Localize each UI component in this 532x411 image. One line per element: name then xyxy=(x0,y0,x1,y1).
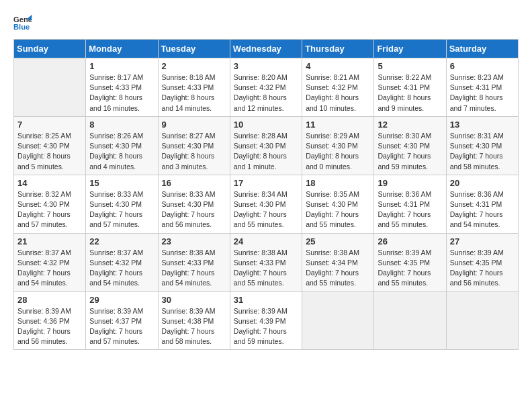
logo: General Blue xyxy=(13,13,35,32)
day-header-friday: Friday xyxy=(374,40,446,58)
calendar-cell: 3Sunrise: 8:20 AM Sunset: 4:32 PM Daylig… xyxy=(230,58,302,117)
day-number: 14 xyxy=(17,178,82,188)
day-header-thursday: Thursday xyxy=(302,40,374,58)
day-number: 11 xyxy=(306,120,370,130)
calendar-cell: 13Sunrise: 8:31 AM Sunset: 4:30 PM Dayli… xyxy=(446,116,518,175)
calendar-cell: 18Sunrise: 8:35 AM Sunset: 4:30 PM Dayli… xyxy=(302,175,374,233)
calendar-cell: 4Sunrise: 8:21 AM Sunset: 4:32 PM Daylig… xyxy=(302,58,374,117)
day-info: Sunrise: 8:38 AM Sunset: 4:34 PM Dayligh… xyxy=(306,248,370,289)
day-number: 5 xyxy=(378,61,442,71)
day-header-sunday: Sunday xyxy=(14,40,86,58)
day-info: Sunrise: 8:36 AM Sunset: 4:31 PM Dayligh… xyxy=(378,189,442,230)
calendar-cell: 2Sunrise: 8:18 AM Sunset: 4:33 PM Daylig… xyxy=(158,58,230,117)
day-info: Sunrise: 8:31 AM Sunset: 4:30 PM Dayligh… xyxy=(450,131,515,172)
calendar-cell xyxy=(302,291,374,350)
calendar-week-1: 7Sunrise: 8:25 AM Sunset: 4:30 PM Daylig… xyxy=(14,116,519,175)
calendar-cell: 11Sunrise: 8:29 AM Sunset: 4:30 PM Dayli… xyxy=(302,116,374,175)
calendar-body: 1Sunrise: 8:17 AM Sunset: 4:33 PM Daylig… xyxy=(14,58,519,350)
calendar-cell: 8Sunrise: 8:26 AM Sunset: 4:30 PM Daylig… xyxy=(86,116,158,175)
calendar-cell: 28Sunrise: 8:39 AM Sunset: 4:36 PM Dayli… xyxy=(14,291,86,350)
day-info: Sunrise: 8:21 AM Sunset: 4:32 PM Dayligh… xyxy=(306,73,370,113)
day-number: 22 xyxy=(89,236,154,246)
day-info: Sunrise: 8:18 AM Sunset: 4:33 PM Dayligh… xyxy=(162,73,226,113)
day-number: 26 xyxy=(378,236,442,246)
calendar-cell: 31Sunrise: 8:39 AM Sunset: 4:39 PM Dayli… xyxy=(230,291,302,350)
day-number: 17 xyxy=(234,178,298,188)
calendar-cell xyxy=(446,291,518,350)
day-info: Sunrise: 8:39 AM Sunset: 4:39 PM Dayligh… xyxy=(234,306,298,347)
calendar-table: SundayMondayTuesdayWednesdayThursdayFrid… xyxy=(13,39,519,350)
day-info: Sunrise: 8:36 AM Sunset: 4:31 PM Dayligh… xyxy=(450,189,515,230)
day-info: Sunrise: 8:27 AM Sunset: 4:30 PM Dayligh… xyxy=(162,131,226,172)
calendar-cell: 9Sunrise: 8:27 AM Sunset: 4:30 PM Daylig… xyxy=(158,116,230,175)
day-number: 9 xyxy=(162,120,226,130)
day-number: 27 xyxy=(450,236,515,246)
day-number: 24 xyxy=(234,236,298,246)
calendar-week-3: 21Sunrise: 8:37 AM Sunset: 4:32 PM Dayli… xyxy=(14,233,519,291)
day-number: 25 xyxy=(306,236,370,246)
day-number: 7 xyxy=(17,120,82,130)
day-info: Sunrise: 8:39 AM Sunset: 4:38 PM Dayligh… xyxy=(162,306,226,347)
day-number: 4 xyxy=(306,61,370,71)
calendar-cell: 24Sunrise: 8:38 AM Sunset: 4:33 PM Dayli… xyxy=(230,233,302,291)
day-info: Sunrise: 8:26 AM Sunset: 4:30 PM Dayligh… xyxy=(89,131,154,172)
day-number: 1 xyxy=(89,61,154,71)
day-number: 29 xyxy=(89,295,154,305)
day-info: Sunrise: 8:39 AM Sunset: 4:37 PM Dayligh… xyxy=(89,306,154,347)
calendar-cell: 27Sunrise: 8:39 AM Sunset: 4:35 PM Dayli… xyxy=(446,233,518,291)
day-number: 30 xyxy=(162,295,226,305)
svg-text:Blue: Blue xyxy=(13,23,30,31)
calendar-cell: 19Sunrise: 8:36 AM Sunset: 4:31 PM Dayli… xyxy=(374,175,446,233)
calendar-header-row: SundayMondayTuesdayWednesdayThursdayFrid… xyxy=(14,40,519,58)
calendar-cell: 10Sunrise: 8:28 AM Sunset: 4:30 PM Dayli… xyxy=(230,116,302,175)
day-info: Sunrise: 8:30 AM Sunset: 4:30 PM Dayligh… xyxy=(378,131,442,172)
day-info: Sunrise: 8:20 AM Sunset: 4:32 PM Dayligh… xyxy=(234,73,298,113)
day-info: Sunrise: 8:35 AM Sunset: 4:30 PM Dayligh… xyxy=(306,189,370,230)
calendar-cell: 1Sunrise: 8:17 AM Sunset: 4:33 PM Daylig… xyxy=(86,58,158,117)
day-info: Sunrise: 8:39 AM Sunset: 4:35 PM Dayligh… xyxy=(378,248,442,289)
day-header-tuesday: Tuesday xyxy=(158,40,230,58)
day-number: 28 xyxy=(17,295,82,305)
calendar-cell: 7Sunrise: 8:25 AM Sunset: 4:30 PM Daylig… xyxy=(14,116,86,175)
calendar-week-0: 1Sunrise: 8:17 AM Sunset: 4:33 PM Daylig… xyxy=(14,58,519,117)
day-number: 6 xyxy=(450,61,515,71)
day-info: Sunrise: 8:32 AM Sunset: 4:30 PM Dayligh… xyxy=(17,189,82,230)
day-info: Sunrise: 8:33 AM Sunset: 4:30 PM Dayligh… xyxy=(89,189,154,230)
calendar-cell: 26Sunrise: 8:39 AM Sunset: 4:35 PM Dayli… xyxy=(374,233,446,291)
day-info: Sunrise: 8:38 AM Sunset: 4:33 PM Dayligh… xyxy=(234,248,298,289)
calendar-cell: 12Sunrise: 8:30 AM Sunset: 4:30 PM Dayli… xyxy=(374,116,446,175)
day-info: Sunrise: 8:28 AM Sunset: 4:30 PM Dayligh… xyxy=(234,131,298,172)
day-info: Sunrise: 8:17 AM Sunset: 4:33 PM Dayligh… xyxy=(89,73,154,113)
calendar-cell: 16Sunrise: 8:33 AM Sunset: 4:30 PM Dayli… xyxy=(158,175,230,233)
day-header-wednesday: Wednesday xyxy=(230,40,302,58)
day-info: Sunrise: 8:23 AM Sunset: 4:31 PM Dayligh… xyxy=(450,73,515,113)
day-number: 12 xyxy=(378,120,442,130)
day-info: Sunrise: 8:33 AM Sunset: 4:30 PM Dayligh… xyxy=(162,189,226,230)
header: General Blue xyxy=(13,13,519,32)
calendar-cell: 17Sunrise: 8:34 AM Sunset: 4:30 PM Dayli… xyxy=(230,175,302,233)
calendar-cell: 29Sunrise: 8:39 AM Sunset: 4:37 PM Dayli… xyxy=(86,291,158,350)
day-number: 3 xyxy=(234,61,298,71)
day-info: Sunrise: 8:39 AM Sunset: 4:35 PM Dayligh… xyxy=(450,248,515,289)
calendar-cell xyxy=(374,291,446,350)
day-info: Sunrise: 8:39 AM Sunset: 4:36 PM Dayligh… xyxy=(17,306,82,347)
day-number: 16 xyxy=(162,178,226,188)
calendar-cell: 25Sunrise: 8:38 AM Sunset: 4:34 PM Dayli… xyxy=(302,233,374,291)
day-number: 20 xyxy=(450,178,515,188)
calendar-cell: 30Sunrise: 8:39 AM Sunset: 4:38 PM Dayli… xyxy=(158,291,230,350)
day-number: 19 xyxy=(378,178,442,188)
day-info: Sunrise: 8:34 AM Sunset: 4:30 PM Dayligh… xyxy=(234,189,298,230)
calendar-cell: 6Sunrise: 8:23 AM Sunset: 4:31 PM Daylig… xyxy=(446,58,518,117)
day-info: Sunrise: 8:38 AM Sunset: 4:33 PM Dayligh… xyxy=(162,248,226,289)
day-number: 15 xyxy=(89,178,154,188)
calendar-cell: 22Sunrise: 8:37 AM Sunset: 4:32 PM Dayli… xyxy=(86,233,158,291)
day-number: 18 xyxy=(306,178,370,188)
day-number: 21 xyxy=(17,236,82,246)
day-info: Sunrise: 8:37 AM Sunset: 4:32 PM Dayligh… xyxy=(89,248,154,289)
day-number: 8 xyxy=(89,120,154,130)
day-number: 2 xyxy=(162,61,226,71)
calendar-cell: 5Sunrise: 8:22 AM Sunset: 4:31 PM Daylig… xyxy=(374,58,446,117)
day-header-monday: Monday xyxy=(86,40,158,58)
day-header-saturday: Saturday xyxy=(446,40,518,58)
day-number: 10 xyxy=(234,120,298,130)
